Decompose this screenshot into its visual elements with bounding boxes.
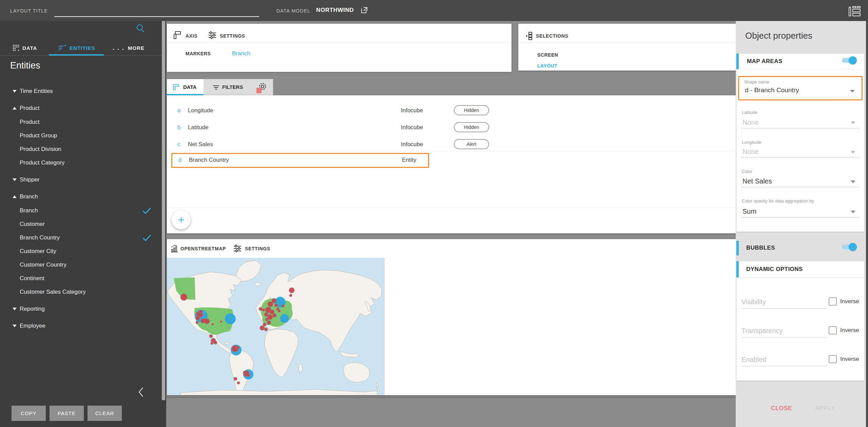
map-bubble-red[interactable]	[220, 321, 222, 323]
map-bubble-red[interactable]	[272, 313, 276, 317]
sidebar-item-product-group[interactable]: Product Group	[0, 129, 159, 142]
visibility-field[interactable]: Visibility	[741, 298, 766, 306]
map-bubble-red[interactable]	[212, 323, 214, 325]
axis-settings-tab-label[interactable]: SETTINGS	[220, 33, 245, 39]
sidebar-item-time-entities[interactable]: Time Entities	[0, 84, 159, 98]
map-bubble-red[interactable]	[289, 294, 292, 297]
map-bubble-red[interactable]	[278, 310, 281, 312]
markers-value[interactable]: Branch	[232, 50, 250, 57]
map-bubble-blue[interactable]	[225, 313, 236, 324]
map-bubble-red[interactable]	[236, 346, 239, 349]
map-provider-tab-label[interactable]: OPENSTREETMAP	[180, 246, 226, 251]
panel-scrollbar[interactable]	[866, 21, 868, 427]
sidebar-item-product[interactable]: Product	[0, 101, 159, 115]
sidebar-item-employee[interactable]: Employee	[0, 319, 159, 333]
map-bubble-red[interactable]	[211, 342, 213, 345]
sidebar-item-product[interactable]: Product	[0, 115, 159, 129]
chevron-down-icon[interactable]	[13, 178, 17, 181]
map-bubble-red[interactable]	[196, 316, 200, 320]
shape-name-field[interactable]: Shape name d - Branch Country	[738, 76, 863, 100]
selections-item-layout[interactable]: LAYOUT	[537, 63, 557, 69]
data-row-b[interactable]: bLatitudeInfocubeHidden	[167, 119, 736, 136]
map-bubble-red[interactable]	[237, 382, 240, 384]
clear-button[interactable]: CLEAR	[88, 406, 122, 421]
sidebar-item-branch[interactable]: Branch	[0, 190, 159, 203]
map-bubble-red[interactable]	[196, 321, 198, 324]
chevron-down-icon[interactable]	[13, 90, 17, 93]
sidebar-item-shipper[interactable]: Shipper	[0, 173, 159, 187]
sidebar-tab-more[interactable]: . . . MORE	[113, 42, 144, 54]
sidebar-tab-data[interactable]: DATA	[13, 42, 37, 54]
map-bubble-red[interactable]	[272, 298, 276, 303]
map-bubble-red[interactable]	[259, 307, 262, 311]
search-icon[interactable]	[135, 23, 146, 34]
map-bubble-red[interactable]	[180, 294, 187, 300]
map-areas-toggle[interactable]	[842, 58, 856, 63]
sidebar-item-branch-country[interactable]: Branch Country	[0, 231, 159, 245]
hidden-badge[interactable]: Hidden	[454, 105, 489, 115]
enabled-inverse-checkbox[interactable]	[829, 355, 837, 363]
chevron-down-icon[interactable]	[13, 325, 17, 327]
map-bubble-red[interactable]	[274, 304, 278, 307]
world-map[interactable]	[167, 258, 385, 395]
visibility-inverse-checkbox[interactable]	[829, 297, 837, 306]
enabled-field[interactable]: Enabled	[741, 356, 766, 364]
collapse-sidebar-chevron-icon[interactable]	[138, 387, 144, 397]
map-bubble-red[interactable]	[204, 318, 210, 324]
map-bubble-red[interactable]	[247, 373, 250, 377]
chevron-down-icon[interactable]	[13, 308, 17, 310]
map-bubble-red[interactable]	[289, 288, 294, 293]
map-bubble-red[interactable]	[234, 377, 237, 381]
data-row-d[interactable]: dBranch CountryEntity	[171, 153, 429, 168]
axis-tab-label[interactable]: AXIS	[186, 33, 197, 39]
map-bubble-blue[interactable]	[280, 314, 289, 323]
hidden-badge[interactable]: Hidden	[454, 122, 489, 132]
paste-button[interactable]: PASTE	[50, 406, 84, 421]
sidebar-item-branch[interactable]: Branch	[0, 204, 159, 217]
layout-switcher-icon[interactable]	[849, 6, 860, 16]
map-bubble-red[interactable]	[262, 309, 265, 311]
filters-tab[interactable]: FILTERS	[204, 79, 273, 95]
data-row-a[interactable]: aLongitudeInfocubeHidden	[167, 102, 736, 119]
copy-button[interactable]: COPY	[12, 406, 46, 421]
chevron-up-icon[interactable]	[13, 195, 17, 198]
external-link-icon[interactable]	[360, 6, 368, 14]
map-settings-tab-label[interactable]: SETTINGS	[245, 246, 270, 251]
sidebar-tab-entities[interactable]: ENTITIES	[59, 42, 95, 54]
map-bubble-red[interactable]	[267, 321, 271, 325]
color-value[interactable]: Net Sales	[742, 177, 772, 185]
sidebar-item-customer-city[interactable]: Customer City	[0, 245, 159, 258]
longitude-value[interactable]: None	[742, 148, 759, 156]
map-bubble-red[interactable]	[243, 371, 246, 374]
layout-title-input[interactable]	[54, 7, 259, 17]
bubbles-toggle[interactable]	[842, 245, 856, 249]
apply-button[interactable]: APPLY	[813, 405, 837, 412]
map-bubble-red[interactable]	[264, 328, 268, 331]
map-bubble-red[interactable]	[199, 310, 202, 313]
transparency-field[interactable]: Transparency	[741, 327, 783, 335]
alert-badge[interactable]: Alert	[454, 139, 489, 149]
gear-icon[interactable]	[254, 81, 268, 95]
sidebar-item-product-division[interactable]: Product Division	[0, 142, 159, 156]
sidebar-item-customer-country[interactable]: Customer Country	[0, 258, 159, 272]
latitude-label: Latitude	[742, 110, 757, 115]
sidebar-item-customer-sales-category[interactable]: Customer Sales Category	[0, 285, 159, 299]
selections-item-screen[interactable]: SCREEN	[537, 52, 558, 58]
data-tab[interactable]: DATA	[167, 79, 204, 95]
close-button[interactable]: CLOSE	[769, 405, 794, 412]
map-bubble-red[interactable]	[260, 326, 265, 330]
sidebar-item-customer[interactable]: Customer	[0, 217, 159, 231]
map-bubble-red[interactable]	[282, 305, 284, 307]
map-panel: OPENSTREETMAP SETTINGS	[167, 239, 736, 395]
map-bubble-red[interactable]	[209, 334, 213, 338]
map-bubble-red[interactable]	[214, 341, 217, 344]
color-opacity-value[interactable]: Sum	[742, 208, 756, 215]
sidebar-item-reporting[interactable]: Reporting	[0, 302, 159, 316]
add-row-button[interactable]: +	[172, 210, 191, 229]
sidebar-scrollbar[interactable]	[162, 21, 165, 400]
latitude-value[interactable]: None	[742, 119, 759, 127]
chevron-up-icon[interactable]	[13, 107, 17, 110]
transparency-inverse-checkbox[interactable]	[829, 326, 837, 334]
sidebar-item-continent[interactable]: Continent	[0, 272, 159, 285]
sidebar-item-product-category[interactable]: Product Category	[0, 156, 159, 170]
